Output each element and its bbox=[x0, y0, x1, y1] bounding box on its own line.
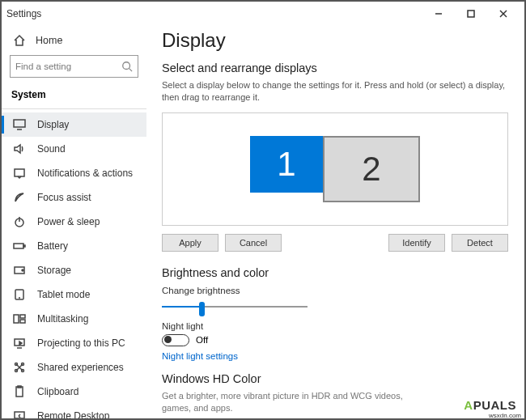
toggle-switch[interactable] bbox=[162, 334, 189, 346]
display-icon bbox=[13, 118, 26, 131]
sidebar-item-label: Display bbox=[37, 119, 69, 130]
hdcolor-heading: Windows HD Color bbox=[162, 372, 508, 385]
rearrange-heading: Select and rearrange displays bbox=[162, 62, 508, 74]
svg-rect-17 bbox=[14, 315, 19, 323]
identify-button[interactable]: Identify bbox=[388, 234, 445, 252]
shared-icon bbox=[13, 361, 26, 374]
project-icon bbox=[13, 337, 26, 350]
svg-rect-19 bbox=[20, 320, 25, 323]
toggle-state: Off bbox=[196, 335, 208, 345]
section-header: System bbox=[2, 86, 146, 109]
svg-rect-11 bbox=[14, 244, 23, 248]
power-icon bbox=[13, 215, 26, 228]
home-label: Home bbox=[36, 35, 62, 46]
sidebar-item-label: Power & sleep bbox=[37, 216, 100, 227]
content-pane[interactable]: Display Select and rearrange displays Se… bbox=[147, 26, 524, 418]
sidebar-item-power[interactable]: Power & sleep bbox=[2, 210, 146, 234]
rearrange-desc: Select a display below to change the set… bbox=[162, 79, 508, 104]
tablet-icon bbox=[13, 288, 26, 301]
monitor-2[interactable]: 2 bbox=[323, 136, 420, 202]
svg-line-5 bbox=[129, 69, 133, 72]
svg-rect-12 bbox=[23, 245, 25, 247]
sidebar-item-label: Remote Desktop bbox=[37, 410, 109, 418]
page-title: Display bbox=[162, 29, 508, 52]
maximize-button[interactable] bbox=[455, 4, 487, 23]
title-bar: Settings bbox=[2, 2, 524, 26]
svg-rect-6 bbox=[14, 120, 25, 127]
search-input[interactable]: Find a setting bbox=[10, 55, 138, 78]
watermark: APUALS bbox=[464, 398, 516, 412]
slider-thumb[interactable] bbox=[199, 302, 205, 316]
multitask-icon bbox=[13, 312, 26, 325]
sidebar: Home Find a setting System Display Sound… bbox=[2, 26, 147, 418]
sidebar-item-label: Multitasking bbox=[37, 313, 88, 325]
clipboard-icon bbox=[13, 385, 26, 398]
home-icon bbox=[13, 34, 26, 47]
sidebar-item-projecting[interactable]: Projecting to this PC bbox=[2, 331, 146, 355]
sound-icon bbox=[13, 142, 26, 155]
display-arrangement[interactable]: 1 2 bbox=[162, 112, 508, 226]
battery-icon bbox=[13, 240, 26, 252]
night-light-toggle[interactable]: Off bbox=[162, 334, 508, 346]
brightness-slider-label: Change brightness bbox=[162, 286, 508, 295]
sidebar-item-label: Clipboard bbox=[37, 386, 78, 397]
svg-rect-25 bbox=[16, 387, 23, 397]
sidebar-item-label: Tablet mode bbox=[37, 289, 90, 300]
sidebar-item-label: Sound bbox=[37, 143, 66, 155]
sidebar-item-label: Notifications & actions bbox=[37, 168, 133, 179]
sidebar-item-label: Storage bbox=[37, 265, 71, 276]
sidebar-item-display[interactable]: Display bbox=[2, 112, 146, 137]
brightness-heading: Brightness and color bbox=[162, 266, 508, 279]
sidebar-item-remote[interactable]: Remote Desktop bbox=[2, 404, 146, 418]
sidebar-item-label: Battery bbox=[37, 240, 68, 252]
storage-icon bbox=[13, 264, 26, 277]
sidebar-item-storage[interactable]: Storage bbox=[2, 258, 146, 282]
sidebar-item-tablet[interactable]: Tablet mode bbox=[2, 282, 146, 307]
home-button[interactable]: Home bbox=[2, 29, 146, 55]
source-label: wsxdn.com bbox=[489, 412, 521, 419]
sidebar-item-clipboard[interactable]: Clipboard bbox=[2, 380, 146, 404]
svg-point-14 bbox=[22, 269, 23, 271]
svg-rect-8 bbox=[15, 169, 24, 176]
svg-point-4 bbox=[123, 62, 130, 70]
sidebar-item-label: Focus assist bbox=[37, 192, 91, 203]
search-placeholder: Find a setting bbox=[15, 62, 121, 71]
sidebar-item-sound[interactable]: Sound bbox=[2, 137, 146, 161]
svg-rect-1 bbox=[468, 11, 474, 17]
apply-button[interactable]: Apply bbox=[162, 234, 218, 252]
hdcolor-desc: Get a brighter, more vibrant picture in … bbox=[162, 390, 421, 415]
detect-button[interactable]: Detect bbox=[452, 234, 508, 252]
arrange-button-row: Apply Cancel Identify Detect bbox=[162, 234, 508, 252]
nav-list[interactable]: Display Sound Notifications & actions Fo… bbox=[2, 112, 146, 418]
sidebar-item-shared[interactable]: Shared experiences bbox=[2, 355, 146, 380]
close-button[interactable] bbox=[487, 4, 520, 23]
cancel-button[interactable]: Cancel bbox=[225, 234, 282, 252]
sidebar-item-label: Projecting to this PC bbox=[37, 337, 125, 349]
night-light-settings-link[interactable]: Night light settings bbox=[162, 351, 508, 361]
sidebar-item-label: Shared experiences bbox=[37, 362, 124, 373]
window-title: Settings bbox=[6, 8, 41, 19]
remote-icon bbox=[13, 409, 26, 418]
notifications-icon bbox=[13, 167, 26, 180]
monitor-1[interactable]: 1 bbox=[250, 136, 323, 193]
search-icon bbox=[121, 61, 133, 72]
minimize-button[interactable] bbox=[422, 4, 455, 23]
sidebar-item-focus[interactable]: Focus assist bbox=[2, 185, 146, 210]
sidebar-item-multitasking[interactable]: Multitasking bbox=[2, 307, 146, 331]
brightness-slider[interactable] bbox=[162, 299, 308, 315]
focus-icon bbox=[13, 191, 26, 204]
sidebar-item-battery[interactable]: Battery bbox=[2, 234, 146, 258]
svg-rect-18 bbox=[20, 315, 25, 318]
night-light-label: Night light bbox=[162, 321, 508, 331]
sidebar-item-notifications[interactable]: Notifications & actions bbox=[2, 161, 146, 185]
